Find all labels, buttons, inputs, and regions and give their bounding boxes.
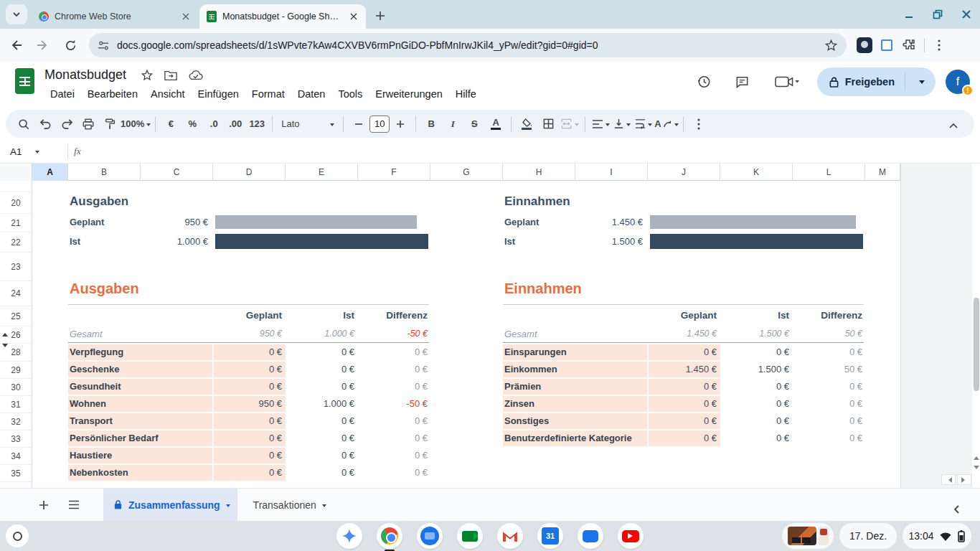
- search-menus-button[interactable]: [13, 113, 34, 135]
- paint-format-icon[interactable]: [99, 113, 121, 135]
- account-avatar[interactable]: f !: [946, 70, 970, 94]
- browser-tab-chrome-web-store[interactable]: Chrome Web Store: [32, 4, 198, 29]
- row-header[interactable]: 21: [0, 214, 32, 232]
- scroll-right-button[interactable]: [957, 474, 971, 485]
- table-row[interactable]: Geschenke 0 € 0 € 0 €: [68, 360, 429, 377]
- back-button[interactable]: [4, 34, 27, 57]
- status-tray[interactable]: 13:04: [903, 523, 971, 549]
- menu-item[interactable]: Erweiterungen: [369, 86, 448, 102]
- merge-cells-button[interactable]: [559, 113, 580, 135]
- table-row[interactable]: Persönlicher Bedarf 0 € 0 € 0 €: [68, 429, 429, 446]
- tab-close-icon[interactable]: [347, 10, 360, 23]
- column-header[interactable]: G: [430, 164, 503, 181]
- decrease-font-size-button[interactable]: [348, 113, 369, 135]
- table-row[interactable]: Transport 0 € 0 € 0 €: [68, 412, 429, 429]
- table-row[interactable]: Wohnen 950 € 1.000 € -50 €: [68, 395, 429, 412]
- url-bar[interactable]: docs.google.com/spreadsheets/d/1sWPvte7k…: [89, 33, 847, 57]
- tab-search-button[interactable]: [6, 4, 27, 24]
- row-header[interactable]: 22: [0, 232, 32, 253]
- toolbar-more-icon[interactable]: [688, 113, 710, 135]
- sheet-tab-menu-icon[interactable]: [226, 504, 230, 509]
- cloud-status-icon[interactable]: [188, 69, 204, 82]
- files-app-icon[interactable]: [417, 523, 443, 549]
- table-row[interactable]: Prämien 0 € 0 € 0 €: [503, 377, 864, 395]
- holding-space-tray[interactable]: [782, 523, 834, 549]
- menu-item[interactable]: Ansicht: [145, 86, 191, 102]
- scroll-up-button[interactable]: [972, 451, 980, 462]
- share-dropdown[interactable]: [911, 70, 933, 93]
- sheet-tab-menu-icon[interactable]: [322, 504, 326, 509]
- table-row[interactable]: Sonstiges 0 € 0 € 0 €: [503, 412, 864, 429]
- column-header[interactable]: H: [503, 164, 575, 181]
- italic-button[interactable]: I: [442, 113, 463, 135]
- borders-button[interactable]: [537, 113, 559, 135]
- zoom-select[interactable]: 100%: [121, 113, 151, 135]
- table-row[interactable]: Einkommen 1.450 € 1.500 € 50 €: [503, 360, 864, 377]
- table-row[interactable]: Benutzerdefinierte Kategorie 0 € 0 € 0 €: [503, 429, 864, 446]
- vertical-scrollbar-thumb[interactable]: [974, 298, 979, 391]
- undo-icon[interactable]: [34, 113, 56, 135]
- extensions-puzzle-icon[interactable]: [901, 38, 915, 52]
- row-header[interactable]: 23: [0, 253, 32, 281]
- menu-item[interactable]: Hilfe: [450, 86, 482, 102]
- sheet-tab-zusammenfassung[interactable]: Zusammenfassung: [103, 489, 237, 522]
- share-button[interactable]: Freigeben: [817, 67, 936, 96]
- site-info-icon[interactable]: [98, 39, 110, 52]
- column-header[interactable]: K: [720, 164, 793, 181]
- new-tab-button[interactable]: [370, 6, 390, 26]
- column-header[interactable]: C: [141, 164, 213, 181]
- browser-tab-monatsbudget[interactable]: Monatsbudget - Google Sheets: [199, 4, 366, 29]
- table-row[interactable]: Verpflegung 0 € 0 € 0 €: [68, 343, 429, 360]
- select-all-corner[interactable]: [0, 164, 32, 181]
- chart-bar-row[interactable]: Geplant 1.450 €: [503, 212, 876, 231]
- url-text[interactable]: docs.google.com/spreadsheets/d/1sWPvte7k…: [117, 39, 817, 51]
- row-header[interactable]: 32: [0, 413, 32, 430]
- tab-close-icon[interactable]: [179, 10, 192, 23]
- sheet-tab-transaktionen[interactable]: Transaktionen: [243, 489, 334, 522]
- row-header[interactable]: 34: [0, 448, 32, 465]
- chart-bar-row[interactable]: Ist 1.000 €: [68, 231, 441, 251]
- menu-item[interactable]: Daten: [292, 86, 331, 102]
- hidden-rows-marker-top[interactable]: [2, 333, 8, 336]
- column-header[interactable]: J: [648, 164, 720, 181]
- extension-icon[interactable]: [857, 37, 872, 53]
- table-total-row[interactable]: Gesamt 1.450 € 1.500 € 50 €: [503, 325, 864, 343]
- column-header[interactable]: B: [68, 164, 141, 181]
- increase-decimals-button[interactable]: .00: [225, 113, 246, 135]
- forward-button[interactable]: [32, 34, 55, 57]
- row-header[interactable]: 35: [0, 465, 32, 482]
- screenshot-thumbnail[interactable]: [788, 527, 816, 545]
- text-rotation-button[interactable]: A: [654, 113, 678, 135]
- scroll-down-button[interactable]: [972, 463, 980, 474]
- table-row[interactable]: Nebenkosten 0 € 0 € 0 €: [68, 463, 429, 481]
- column-header[interactable]: M: [865, 164, 900, 181]
- move-folder-icon[interactable]: [164, 69, 178, 82]
- gmail-app-icon[interactable]: [497, 523, 523, 549]
- table-row[interactable]: Gesundheit 0 € 0 € 0 €: [68, 377, 429, 395]
- format-percent-button[interactable]: %: [182, 113, 203, 135]
- sheets-logo[interactable]: [15, 68, 34, 94]
- all-sheets-button[interactable]: [62, 493, 86, 517]
- screenshot-thumbnail[interactable]: [819, 527, 829, 545]
- font-size-input[interactable]: 10: [369, 116, 390, 133]
- row-header[interactable]: 31: [0, 396, 32, 413]
- fill-color-button[interactable]: [516, 113, 537, 135]
- column-header[interactable]: D: [213, 164, 286, 181]
- browser-menu-icon[interactable]: [933, 39, 945, 51]
- menu-item[interactable]: Einfügen: [192, 86, 245, 102]
- table-row[interactable]: Zinsen 0 € 0 € 0 €: [503, 395, 864, 412]
- text-wrap-button[interactable]: [633, 113, 654, 135]
- bookmark-star-icon[interactable]: [824, 39, 838, 52]
- collapse-panel-icon[interactable]: [944, 497, 969, 522]
- chart-bar-row[interactable]: Geplant 950 €: [68, 212, 441, 231]
- name-box-dropdown-icon[interactable]: [35, 151, 39, 156]
- reload-button[interactable]: [59, 34, 82, 57]
- increase-font-size-button[interactable]: [390, 113, 411, 135]
- calendar-date-button[interactable]: 17. Dez.: [839, 523, 897, 549]
- column-header[interactable]: F: [358, 164, 430, 181]
- name-box[interactable]: A1: [0, 146, 62, 157]
- row-header[interactable]: 24: [0, 281, 32, 306]
- window-manager-icon[interactable]: [881, 39, 892, 51]
- column-header[interactable]: A: [32, 164, 68, 181]
- calendar-app-icon[interactable]: 31: [537, 523, 563, 549]
